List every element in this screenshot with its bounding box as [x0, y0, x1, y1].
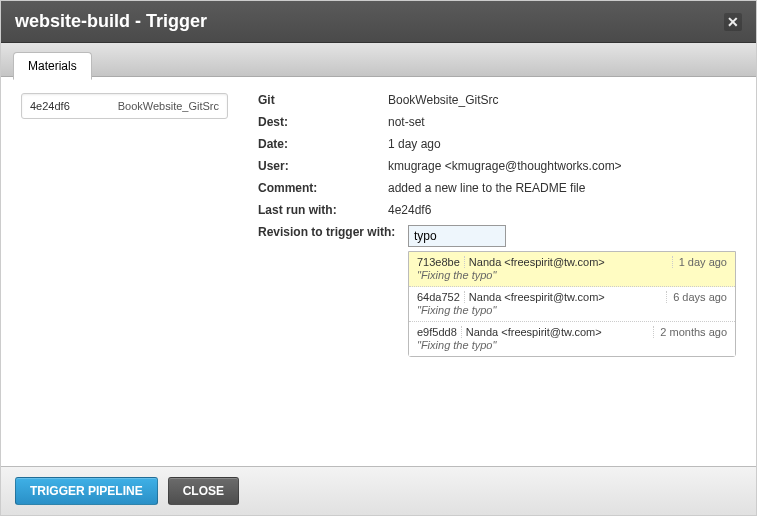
label-comment: Comment:	[258, 181, 388, 195]
value-git: BookWebsite_GitSrc	[388, 93, 736, 107]
material-name: BookWebsite_GitSrc	[118, 100, 219, 112]
ac-hash: e9f5dd8	[417, 326, 457, 338]
dialog-header: website-build - Trigger ✕	[1, 1, 756, 43]
ac-author: Nanda <freespirit@tw.com>	[469, 256, 668, 268]
value-comment: added a new line to the README file	[388, 181, 736, 195]
dialog-title: website-build - Trigger	[15, 11, 207, 32]
value-last-run: 4e24df6	[388, 203, 736, 217]
label-git: Git	[258, 93, 388, 107]
revision-field-wrap: 713e8be Nanda <freespirit@tw.com> 1 day …	[408, 225, 736, 357]
ac-time: 2 months ago	[653, 326, 727, 338]
ac-message: "Fixing the typo"	[417, 269, 727, 281]
ac-hash: 713e8be	[417, 256, 460, 268]
label-last-run: Last run with:	[258, 203, 388, 217]
revision-input[interactable]	[408, 225, 506, 247]
ac-message: "Fixing the typo"	[417, 304, 727, 316]
label-revision-trigger: Revision to trigger with:	[258, 225, 408, 239]
revision-autocomplete: 713e8be Nanda <freespirit@tw.com> 1 day …	[408, 251, 736, 357]
ac-time: 1 day ago	[672, 256, 727, 268]
value-user: kmugrage <kmugrage@thoughtworks.com>	[388, 159, 736, 173]
dialog-content: 4e24df6 BookWebsite_GitSrc Git BookWebsi…	[1, 77, 756, 473]
material-details: Git BookWebsite_GitSrc Dest: not-set Dat…	[258, 93, 736, 457]
close-icon[interactable]: ✕	[724, 13, 742, 31]
ac-time: 6 days ago	[666, 291, 727, 303]
autocomplete-item[interactable]: 64da752 Nanda <freespirit@tw.com> 6 days…	[409, 287, 735, 322]
material-revision: 4e24df6	[30, 100, 70, 112]
autocomplete-item[interactable]: e9f5dd8 Nanda <freespirit@tw.com> 2 mont…	[409, 322, 735, 356]
tab-bar: Materials	[1, 43, 756, 77]
autocomplete-item[interactable]: 713e8be Nanda <freespirit@tw.com> 1 day …	[409, 252, 735, 287]
label-dest: Dest:	[258, 115, 388, 129]
ac-author: Nanda <freespirit@tw.com>	[466, 326, 650, 338]
material-item[interactable]: 4e24df6 BookWebsite_GitSrc	[21, 93, 228, 119]
materials-list: 4e24df6 BookWebsite_GitSrc	[21, 93, 228, 457]
tab-materials[interactable]: Materials	[13, 52, 92, 80]
label-date: Date:	[258, 137, 388, 151]
ac-author: Nanda <freespirit@tw.com>	[469, 291, 662, 303]
ac-message: "Fixing the typo"	[417, 339, 727, 351]
close-button[interactable]: CLOSE	[168, 477, 239, 505]
value-date: 1 day ago	[388, 137, 736, 151]
label-user: User:	[258, 159, 388, 173]
ac-hash: 64da752	[417, 291, 460, 303]
value-dest: not-set	[388, 115, 736, 129]
trigger-pipeline-button[interactable]: TRIGGER PIPELINE	[15, 477, 158, 505]
dialog-footer: TRIGGER PIPELINE CLOSE	[1, 466, 756, 515]
